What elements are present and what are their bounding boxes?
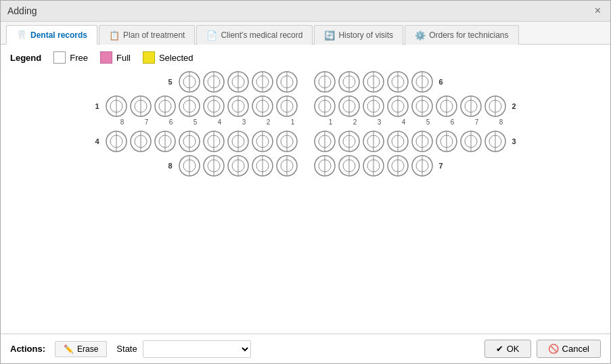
dialog-title: Adding [7,5,37,16]
tooth-34[interactable] [386,130,409,153]
tooth-15[interactable] [178,95,201,118]
tooth-51[interactable] [275,70,298,93]
tooth-74[interactable] [386,154,409,177]
close-button[interactable]: × [592,5,604,17]
legend-full: Full [100,51,131,64]
tooth-53[interactable] [227,70,250,93]
teeth-area: 5 6 1 [10,70,601,177]
tooth-71[interactable] [313,154,336,177]
tooth-23[interactable] [362,95,385,118]
lower-primary-row: 4 [91,130,520,153]
tooth-24[interactable] [386,95,409,118]
tooth-11[interactable] [275,95,298,118]
tooth-64[interactable] [386,70,409,93]
ok-icon: ✔ [496,344,503,354]
bottom-bar: Actions: ✏️ Erase State ✔ OK 🚫 Cancel [1,334,610,363]
actions-left: Actions: ✏️ Erase State [10,340,251,358]
title-bar: Adding × [1,1,610,22]
dialog-buttons: ✔ OK 🚫 Cancel [484,340,601,358]
legend-title: Legend [10,53,41,63]
history-icon: 🔄 [324,30,335,41]
tooth-65[interactable] [411,70,434,93]
label-7: 7 [435,162,447,170]
label-3-right: 3 [508,137,520,145]
tooth-21[interactable] [313,95,336,118]
legend-free-box [53,51,66,64]
tooth-28[interactable] [484,95,507,118]
label-5: 5 [164,78,177,86]
label-4-left: 4 [91,137,104,145]
tooth-12[interactable] [251,95,274,118]
tab-history-visits[interactable]: 🔄 History of visits [314,25,403,45]
tooth-25[interactable] [411,95,434,118]
cancel-button[interactable]: 🚫 Cancel [537,340,601,358]
tooth-42[interactable] [251,130,274,153]
tooth-43[interactable] [227,130,250,153]
tooth-13[interactable] [227,95,250,118]
tooth-48[interactable] [105,130,128,153]
tooth-46[interactable] [154,130,177,153]
erase-label: Erase [77,344,98,354]
tooth-45[interactable] [178,130,201,153]
tooth-16[interactable] [154,95,177,118]
tooth-14[interactable] [202,95,225,118]
tooth-83[interactable] [227,154,250,177]
tooth-73[interactable] [362,154,385,177]
main-content: Legend Free Full Selected 5 [1,45,610,334]
ok-label: OK [507,344,520,354]
tooth-72[interactable] [338,154,361,177]
upper-primary-row: 1 [91,95,520,118]
legend-full-label: Full [116,53,131,63]
orders-icon: ⚙️ [415,30,426,41]
tooth-36[interactable] [435,130,458,153]
tooth-82[interactable] [251,154,274,177]
tooth-63[interactable] [362,70,385,93]
medical-icon: 📄 [206,30,217,41]
tab-medical-record[interactable]: 📄 Client's medical record [196,25,313,45]
label-1-left: 1 [91,102,104,110]
tooth-18[interactable] [105,95,128,118]
tooth-62[interactable] [338,70,361,93]
plan-icon: 📋 [109,30,120,41]
tooth-26[interactable] [435,95,458,118]
tab-orders-technicians[interactable]: ⚙️ Orders for technicians [405,25,518,45]
erase-button[interactable]: ✏️ Erase [55,341,107,357]
tooth-31[interactable] [313,130,336,153]
tooth-61[interactable] [313,70,336,93]
legend-free-label: Free [70,53,88,63]
tab-bar: 🦷 Dental records 📋 Plan of treatment 📄 C… [1,22,610,45]
tooth-33[interactable] [362,130,385,153]
tooth-85[interactable] [178,154,201,177]
tooth-47[interactable] [129,130,152,153]
cancel-label: Cancel [562,344,589,354]
upper-secondary-row: 5 6 [151,70,461,93]
state-select[interactable] [143,340,251,358]
tooth-55[interactable] [178,70,201,93]
label-6: 6 [435,78,447,86]
tooth-54[interactable] [202,70,225,93]
state-label: State [116,344,137,354]
tab-plan-of-treatment[interactable]: 📋 Plan of treatment [99,25,195,45]
tooth-38[interactable] [484,130,507,153]
tooth-37[interactable] [459,130,482,153]
tab-dental-records[interactable]: 🦷 Dental records [6,25,97,45]
dialog: Adding × 🦷 Dental records 📋 Plan of trea… [0,0,611,364]
tooth-32[interactable] [338,130,361,153]
tooth-41[interactable] [275,130,298,153]
actions-label: Actions: [10,344,45,354]
tooth-84[interactable] [202,154,225,177]
tooth-44[interactable] [202,130,225,153]
lower-secondary-row: 8 7 [151,154,461,177]
ok-button[interactable]: ✔ OK [484,340,531,358]
tooth-27[interactable] [459,95,482,118]
erase-icon: ✏️ [64,344,74,354]
upper-numbers: 8 7 6 5 4 3 2 1 1 2 3 4 5 6 7 8 [99,118,513,126]
tooth-17[interactable] [129,95,152,118]
tooth-52[interactable] [251,70,274,93]
label-8: 8 [164,162,177,170]
tooth-81[interactable] [275,154,298,177]
tooth-22[interactable] [338,95,361,118]
tooth-75[interactable] [411,154,434,177]
tooth-35[interactable] [411,130,434,153]
dental-icon: 🦷 [16,30,27,40]
